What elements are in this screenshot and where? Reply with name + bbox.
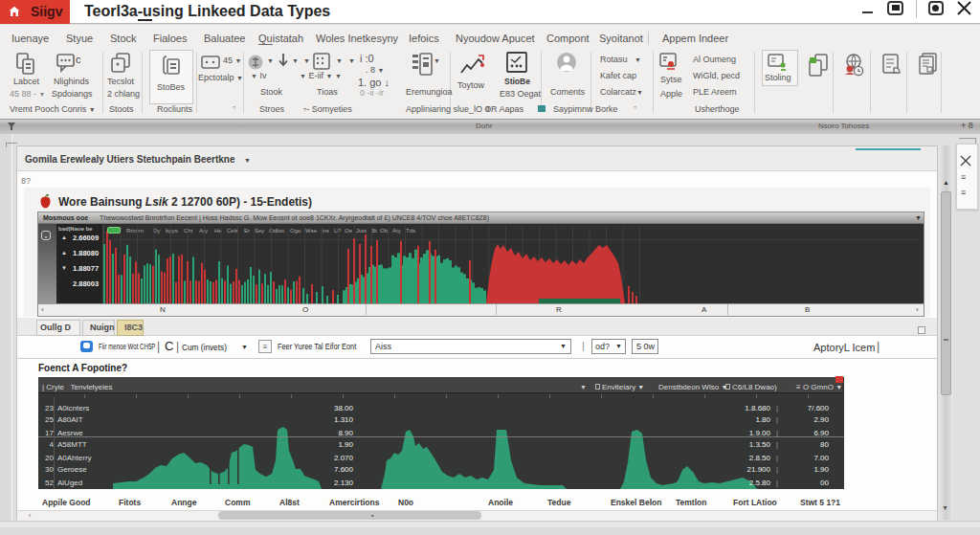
svg-text:c: c: [76, 54, 81, 65]
